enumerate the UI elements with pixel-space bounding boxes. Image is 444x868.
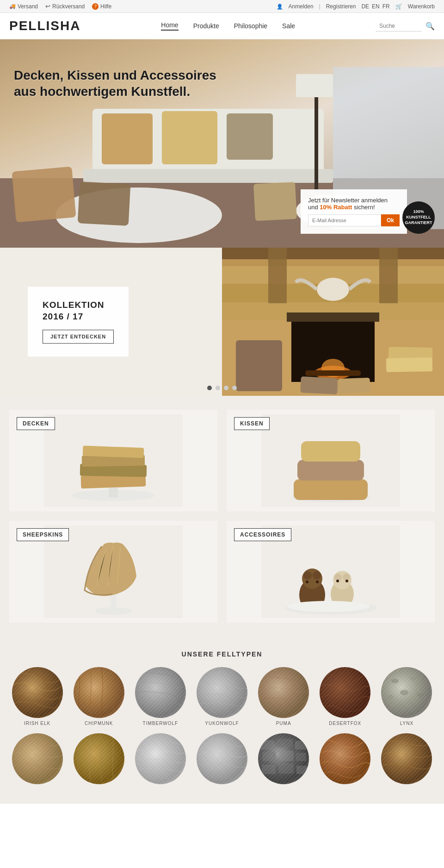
rueckversand-link[interactable]: Rückversand bbox=[45, 3, 85, 10]
search-area: 🔍 bbox=[376, 21, 435, 31]
fur-item-lynx[interactable]: LYNX bbox=[379, 667, 435, 726]
user-icon bbox=[277, 3, 283, 10]
fur-label-puma: PUMA bbox=[276, 721, 291, 726]
help-icon bbox=[92, 3, 99, 10]
svg-rect-28 bbox=[305, 370, 361, 376]
newsletter-highlight: 10% Rabatt bbox=[320, 204, 352, 211]
fur-texture-chipmunk bbox=[74, 667, 124, 718]
guarantee-line1: 100% bbox=[413, 209, 424, 215]
lang-en[interactable]: EN bbox=[372, 3, 380, 10]
top-bar-right: Anmelden | Registrieren DE EN FR Warenko… bbox=[277, 3, 435, 10]
category-sheepskins[interactable]: SHEEPSKINS bbox=[9, 521, 217, 623]
kissen-label: KISSEN bbox=[234, 417, 270, 430]
fur-item-row2-5[interactable] bbox=[256, 733, 312, 787]
fur-item-row2-1[interactable] bbox=[9, 733, 65, 787]
svg-point-23 bbox=[317, 278, 349, 301]
fur-circle-row2-2 bbox=[74, 733, 124, 784]
hilfe-label: Hilfe bbox=[100, 3, 111, 10]
fur-circle-row2-1 bbox=[12, 733, 63, 784]
fur-texture-row2-5 bbox=[258, 733, 309, 784]
fur-texture-row2-1 bbox=[12, 733, 63, 784]
category-decken[interactable]: DECKEN bbox=[9, 410, 217, 512]
lang-de[interactable]: DE bbox=[361, 3, 369, 10]
svg-rect-21 bbox=[268, 248, 287, 303]
lang-switcher: DE EN FR bbox=[361, 3, 389, 10]
fur-grid-row1: IRISH ELK CHIPMUNK bbox=[9, 667, 435, 726]
svg-point-56 bbox=[313, 571, 321, 580]
fur-item-yukonwolf[interactable]: YUKONWOLF bbox=[194, 667, 250, 726]
hilfe-link[interactable]: Hilfe bbox=[92, 3, 111, 10]
newsletter-form: Ok bbox=[308, 214, 400, 226]
search-icon[interactable]: 🔍 bbox=[426, 22, 435, 31]
nav-produkte[interactable]: Produkte bbox=[193, 22, 219, 30]
site-logo[interactable]: PELLISHA bbox=[9, 19, 80, 33]
warenkorb-link[interactable]: Warenkorb bbox=[408, 3, 435, 10]
fur-label-timberwolf: TIMBERWOLF bbox=[143, 721, 178, 726]
nav-home[interactable]: Home bbox=[161, 21, 178, 31]
fur-circle-row2-3 bbox=[135, 733, 186, 784]
newsletter-text-after: sichern! bbox=[352, 204, 375, 211]
versand-label: Versand bbox=[18, 3, 38, 10]
search-input[interactable] bbox=[376, 21, 422, 31]
svg-point-76 bbox=[387, 695, 394, 699]
newsletter-text-mid: und bbox=[308, 204, 320, 211]
newsletter-submit-button[interactable]: Ok bbox=[381, 214, 400, 226]
dot-4[interactable] bbox=[232, 386, 237, 390]
fur-texture-yukonwolf bbox=[197, 667, 247, 718]
category-kissen[interactable]: KISSEN bbox=[227, 410, 435, 512]
fur-item-row2-2[interactable] bbox=[71, 733, 127, 787]
svg-rect-80 bbox=[12, 733, 63, 784]
fur-circle-row2-7 bbox=[381, 733, 432, 784]
fur-item-row2-4[interactable] bbox=[194, 733, 250, 787]
svg-rect-47 bbox=[301, 441, 360, 462]
fur-item-timberwolf[interactable]: TIMBERWOLF bbox=[132, 667, 188, 726]
category-accessoires[interactable]: ACCESSOIRES bbox=[227, 521, 435, 623]
svg-rect-86 bbox=[277, 739, 293, 747]
nav-sale[interactable]: Sale bbox=[282, 22, 295, 30]
fur-texture-row2-6 bbox=[320, 733, 370, 784]
svg-rect-31 bbox=[386, 357, 433, 372]
anmelden-link[interactable]: Anmelden bbox=[289, 3, 314, 10]
fur-item-row2-6[interactable] bbox=[317, 733, 373, 787]
svg-point-64 bbox=[345, 580, 348, 582]
svg-point-58 bbox=[316, 581, 319, 583]
hero-tagline-line1: Decken, Kissen und Accessoires bbox=[14, 67, 216, 83]
newsletter-email-input[interactable] bbox=[308, 214, 381, 226]
fur-texture-desertfox bbox=[320, 667, 370, 718]
svg-point-78 bbox=[396, 704, 403, 709]
guarantee-line2: KUNSTFELL bbox=[406, 215, 431, 220]
svg-rect-81 bbox=[74, 733, 124, 784]
fur-grid-row2 bbox=[9, 733, 435, 787]
nav-philosophie[interactable]: Philosophie bbox=[234, 22, 267, 30]
fur-circle-timberwolf bbox=[135, 667, 186, 718]
rueckversand-label: Rückversand bbox=[52, 3, 85, 10]
svg-rect-71 bbox=[320, 667, 370, 718]
discover-button[interactable]: JETZT ENTDECKEN bbox=[43, 330, 114, 344]
svg-point-65 bbox=[287, 601, 370, 612]
svg-rect-66 bbox=[12, 667, 63, 718]
fur-texture-puma bbox=[258, 667, 309, 718]
slider-image bbox=[222, 248, 444, 396]
dot-2[interactable] bbox=[216, 386, 220, 390]
fireplace-svg bbox=[222, 248, 444, 396]
fur-label-chipmunk: CHIPMUNK bbox=[85, 721, 113, 726]
fur-texture-lynx bbox=[381, 667, 432, 718]
svg-rect-45 bbox=[294, 479, 368, 500]
svg-rect-68 bbox=[135, 667, 186, 718]
registrieren-link[interactable]: Registrieren bbox=[326, 3, 356, 10]
lang-fr[interactable]: FR bbox=[382, 3, 390, 10]
fur-circle-puma bbox=[258, 667, 309, 718]
cart-icon[interactable] bbox=[395, 3, 402, 10]
fur-label-lynx: LYNX bbox=[400, 721, 413, 726]
fur-item-puma[interactable]: PUMA bbox=[256, 667, 312, 726]
fur-item-irish-elk[interactable]: IRISH ELK bbox=[9, 667, 65, 726]
fur-item-row2-3[interactable] bbox=[132, 733, 188, 787]
versand-link[interactable]: Versand bbox=[9, 3, 38, 10]
svg-rect-93 bbox=[296, 766, 307, 774]
fur-item-desertfox[interactable]: DESERTFOX bbox=[317, 667, 373, 726]
fur-item-chipmunk[interactable]: CHIPMUNK bbox=[71, 667, 127, 726]
dot-3[interactable] bbox=[224, 386, 228, 390]
dot-1[interactable] bbox=[207, 386, 212, 390]
fur-item-row2-7[interactable] bbox=[379, 733, 435, 787]
header: PELLISHA Home Produkte Philosophie Sale … bbox=[0, 13, 444, 39]
